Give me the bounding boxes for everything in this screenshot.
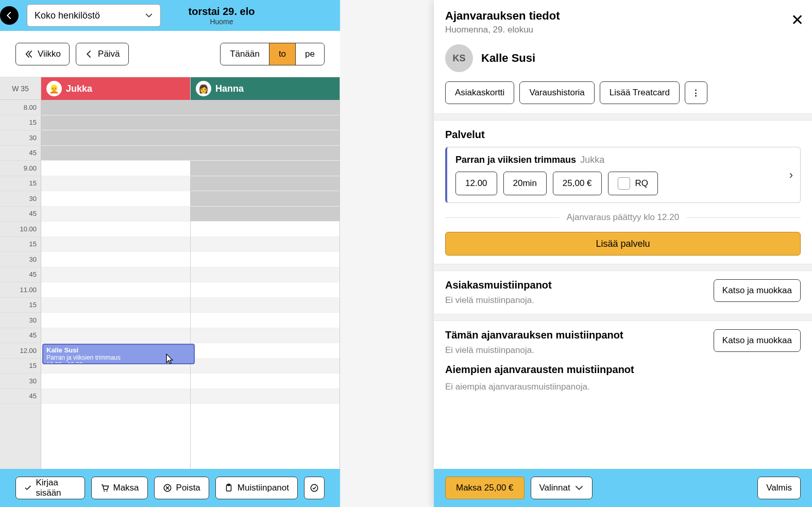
pay-amount-button[interactable]: Maksa 25,00 € (445, 477, 525, 499)
pay-button[interactable]: Maksa (91, 477, 148, 499)
date-main: torstai 29. elo (119, 6, 325, 18)
rq-checkbox[interactable] (618, 177, 630, 190)
customer-avatar: KS (445, 44, 473, 72)
segment-thursday[interactable]: to (269, 43, 296, 65)
customer-row: KS Kalle Susi (434, 39, 812, 81)
calendar-header: Koko henkilöstö torstai 29. elo Huome (0, 0, 340, 31)
staff-header-jukka[interactable]: 👱 Jukka (41, 77, 190, 100)
panel-header: Ajanvarauksen tiedot Huomenna, 29. eloku… (434, 0, 812, 39)
cart-icon (100, 483, 109, 493)
service-rq-chip[interactable]: RQ (608, 172, 658, 195)
more-button[interactable] (304, 477, 325, 499)
panel-subtitle: Huomenna, 29. elokuu (445, 25, 801, 35)
day-segments: Tänään to pe (220, 43, 325, 65)
check-icon (24, 483, 31, 493)
close-button[interactable]: ✕ (791, 12, 804, 28)
chevron-left-icon (5, 11, 14, 20)
services-title: Palvelut (445, 129, 801, 141)
service-name: Parran ja viiksien trimmaus (455, 155, 576, 165)
customer-actions: Asiakaskortti Varaushistoria Lisää Treat… (434, 81, 812, 113)
options-button[interactable]: Valinnat (531, 477, 593, 499)
chevron-down-icon (574, 483, 584, 493)
service-card[interactable]: Parran ja viiksien trimmaus Jukka 12.00 … (445, 147, 801, 203)
chevron-right-icon: › (789, 168, 793, 182)
remove-icon (163, 483, 172, 493)
view-edit-client-notes[interactable]: Katso ja muokkaa (714, 279, 801, 302)
booking-notes-empty: Ei vielä muistiinpanoja. (445, 345, 623, 356)
segment-friday[interactable]: pe (296, 43, 324, 65)
week-view-button[interactable]: Viikko (15, 43, 70, 65)
time-column: W 35 8.00 15 30 45 9.00 15 30 45 10.00 1… (0, 77, 41, 469)
service-time-chip[interactable]: 12.00 (455, 172, 497, 195)
calendar-grid: W 35 8.00 15 30 45 9.00 15 30 45 10.00 1… (0, 77, 340, 469)
week-number: W 35 (0, 77, 41, 100)
calendar-view: Koko henkilöstö torstai 29. elo Huome Vi… (0, 0, 340, 507)
booking-notes-title: Tämän ajanvarauksen muistiinpanot (445, 329, 623, 341)
prev-notes-title: Aiempien ajanvarausten muistiinpanot (445, 364, 801, 376)
segment-today[interactable]: Tänään (221, 43, 269, 65)
panel-title: Ajanvarauksen tiedot (445, 9, 801, 23)
chevron-left-icon (84, 49, 94, 59)
service-staff: Jukka (580, 155, 604, 165)
clipboard-icon (224, 483, 233, 493)
svg-point-5 (311, 484, 318, 492)
day-view-button[interactable]: Päivä (76, 43, 129, 65)
avatar-jukka: 👱 (46, 81, 62, 96)
avatar-hanna: 👩 (196, 81, 211, 96)
prev-notes-empty: Ei aiempia ajanvarausmuistiinpanoja. (445, 382, 801, 392)
checkin-button[interactable]: Kirjaa sisään (15, 477, 85, 499)
client-notes-empty: Ei vielä muistiinpanoja. (445, 295, 552, 306)
calendar-footer: Kirjaa sisään Maksa Poista Muistiinpanot (0, 469, 340, 507)
prev-notes-section: Aiempien ajanvarausten muistiinpanot Ei … (434, 364, 812, 400)
add-treatcard-button[interactable]: Lisää Treatcard (600, 81, 680, 104)
customer-name: Kalle Susi (481, 52, 535, 65)
booking-details-panel: Ajanvarauksen tiedot Huomenna, 29. eloku… (434, 0, 812, 507)
remove-button[interactable]: Poista (154, 477, 209, 499)
staff-column-jukka: 👱 Jukka (41, 77, 191, 469)
add-service-button[interactable]: Lisää palvelu (445, 232, 801, 256)
check-circle-icon (310, 483, 319, 493)
client-notes-title: Asiakasmuistiinpanot (445, 279, 552, 291)
done-button[interactable]: Valmis (757, 477, 801, 499)
svg-point-0 (104, 491, 105, 492)
staff-header-hanna[interactable]: 👩 Hanna (191, 77, 340, 100)
view-edit-booking-notes[interactable]: Katso ja muokkaa (714, 329, 801, 352)
booking-history-button[interactable]: Varaushistoria (519, 81, 594, 104)
booking-notes-section: Tämän ajanvarauksen muistiinpanot Ei vie… (434, 321, 812, 364)
services-section: Palvelut Parran ja viiksien trimmaus Juk… (434, 121, 812, 264)
svg-point-1 (106, 491, 107, 492)
back-button[interactable] (0, 6, 19, 25)
staff-selector-label: Koko henkilöstö (35, 10, 100, 21)
calendar-toolbar: Viikko Päivä Tänään to pe (0, 31, 340, 77)
calendar-date-title: torstai 29. elo Huome (119, 6, 325, 26)
more-actions-button[interactable]: ⋮ (685, 81, 707, 104)
client-notes-section: Asiakasmuistiinpanot Ei vielä muistiinpa… (434, 271, 812, 314)
service-price-chip[interactable]: 25,00 € (553, 172, 602, 195)
appointment-block[interactable]: Kalle Susi Parran ja viiksien trimmaus 1… (42, 344, 195, 364)
staff-column-hanna: 👩 Hanna (191, 77, 340, 469)
notes-button[interactable]: Muistiinpanot (215, 477, 298, 499)
panel-footer: Maksa 25,00 € Valinnat Valmis (434, 469, 812, 507)
double-chevron-left-icon (24, 49, 33, 59)
customer-card-button[interactable]: Asiakaskortti (445, 81, 514, 104)
end-time-row: Ajanvaraus päättyy klo 12.20 (445, 212, 801, 223)
service-duration-chip[interactable]: 20min (503, 172, 547, 195)
date-sub: Huome (119, 18, 325, 26)
